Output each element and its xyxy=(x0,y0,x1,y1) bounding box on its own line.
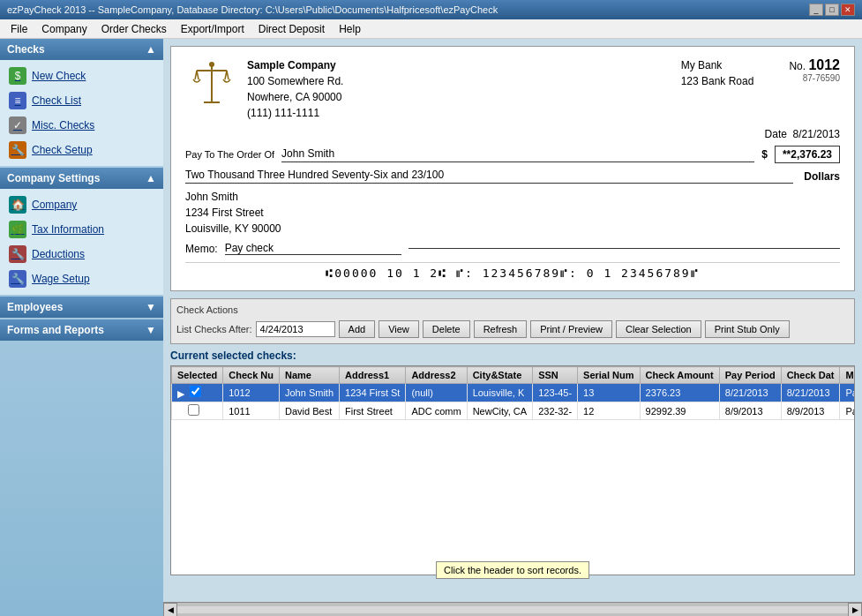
routing-number: 87-76590 xyxy=(789,73,840,83)
row1-city: Louisville, K xyxy=(467,384,533,402)
payee-name: John Smith xyxy=(281,147,754,162)
check-header: Sample Company 100 Somewhere Rd. Nowhere… xyxy=(185,57,840,121)
row1-name: John Smith xyxy=(280,384,340,402)
row2-addr1: First Street xyxy=(340,402,406,420)
check-number-area: No. 1012 87-76590 xyxy=(789,57,840,83)
svg-line-5 xyxy=(227,71,229,79)
scroll-right-button[interactable]: ▶ xyxy=(848,603,862,617)
row2-checkbox[interactable] xyxy=(188,404,199,416)
menu-direct-deposit[interactable]: Direct Deposit xyxy=(251,21,332,37)
sidebar-section-forms-reports: Forms and Reports ▼ xyxy=(0,319,163,341)
sidebar-item-new-check[interactable]: $ New Check xyxy=(4,64,160,88)
payee-street: 1234 First Street xyxy=(185,205,840,221)
wage-icon: 🔧 xyxy=(9,270,26,288)
delete-button[interactable]: Delete xyxy=(423,320,470,338)
col-header-address2[interactable]: Address2 xyxy=(406,367,467,384)
check-bank-info: My Bank 123 Bank Road xyxy=(681,57,754,89)
sidebar-item-misc-checks[interactable]: ✓ Misc. Checks xyxy=(4,113,160,138)
row1-addr1: 1234 First St xyxy=(340,384,406,402)
maximize-button[interactable]: □ xyxy=(825,4,839,16)
minimize-button[interactable]: _ xyxy=(809,4,823,16)
list-after-date[interactable] xyxy=(256,321,335,337)
sidebar-item-company[interactable]: 🏠 Company xyxy=(4,192,160,217)
sidebar-section-employees-header[interactable]: Employees ▼ xyxy=(0,297,163,318)
row1-serial: 13 xyxy=(578,384,640,402)
dollar-icon: $ xyxy=(9,67,26,85)
sidebar-item-check-list[interactable]: ≡ Check List xyxy=(4,88,160,113)
sidebar-item-tax-info[interactable]: 🌿 Tax Information xyxy=(4,217,160,242)
data-table-container[interactable]: Selected Check Nu Name Address1 Address2… xyxy=(170,365,855,575)
sidebar-item-deductions[interactable]: 🔧 Deductions xyxy=(4,242,160,267)
check-memo-row: Memo: Pay check xyxy=(185,242,840,255)
clear-selection-button[interactable]: Clear Selection xyxy=(616,320,701,338)
table-row[interactable]: ▶ 1012 John Smith 1234 First St (null) L… xyxy=(172,384,856,402)
written-amount-row: Two Thousand Three Hundred Seventy-Six a… xyxy=(185,169,840,184)
sidebar-section-checks-header[interactable]: Checks ▲ xyxy=(0,39,163,60)
col-header-check-date[interactable]: Check Dat xyxy=(781,367,840,384)
row1-check-date: 8/21/2013 xyxy=(781,384,840,402)
svg-line-3 xyxy=(197,71,199,79)
row1-addr2: (null) xyxy=(406,384,467,402)
col-header-amount[interactable]: Check Amount xyxy=(640,367,719,384)
menu-help[interactable]: Help xyxy=(332,21,368,37)
check-display: Sample Company 100 Somewhere Rd. Nowhere… xyxy=(170,46,855,291)
sidebar-section-company-header[interactable]: Company Settings ▲ xyxy=(0,168,163,189)
row1-arrow: ▶ xyxy=(172,384,223,402)
micr-line: ⑆00000 10 1 2⑆ ⑈: 123456789⑈: 0 1 234567… xyxy=(185,262,840,280)
menu-file[interactable]: File xyxy=(4,21,34,37)
title-bar: ezPayCheck 2013 -- SampleCompany, Databa… xyxy=(0,0,862,19)
sidebar-section-company-content: 🏠 Company 🌿 Tax Information 🔧 Deductions… xyxy=(0,189,163,295)
check-pay-row: Pay To The Order Of John Smith $ **2,376… xyxy=(185,146,840,163)
row1-check-no: 1012 xyxy=(223,384,280,402)
col-header-check-no[interactable]: Check Nu xyxy=(223,367,280,384)
col-header-city-state[interactable]: City&State xyxy=(467,367,533,384)
menu-export-import[interactable]: Export/Import xyxy=(174,21,251,37)
add-button[interactable]: Add xyxy=(339,320,376,338)
print-preview-button[interactable]: Print / Preview xyxy=(530,320,612,338)
payee-city: Louisville, KY 90000 xyxy=(185,221,840,237)
sidebar-item-wage-setup[interactable]: 🔧 Wage Setup xyxy=(4,267,160,291)
col-header-serial[interactable]: Serial Num xyxy=(578,367,640,384)
row2-serial: 12 xyxy=(578,402,640,420)
sidebar-section-forms-header[interactable]: Forms and Reports ▼ xyxy=(0,319,163,341)
col-header-address1[interactable]: Address1 xyxy=(340,367,406,384)
table-row[interactable]: 1011 David Best First Street ADC comm Ne… xyxy=(172,402,856,420)
bank-name: My Bank xyxy=(681,57,754,73)
sidebar: Checks ▲ $ New Check ≡ Check List ✓ Misc… xyxy=(0,39,163,616)
pay-to-label: Pay To The Order Of xyxy=(185,149,274,160)
table-body: ▶ 1012 John Smith 1234 First St (null) L… xyxy=(172,384,856,420)
content-area: Sample Company 100 Somewhere Rd. Nowhere… xyxy=(163,39,862,616)
scroll-track[interactable] xyxy=(177,606,848,613)
sidebar-item-check-setup[interactable]: 🔧 Check Setup xyxy=(4,138,160,162)
menu-order-checks[interactable]: Order Checks xyxy=(94,21,174,37)
col-header-selected[interactable]: Selected xyxy=(172,367,223,384)
refresh-button[interactable]: Refresh xyxy=(474,320,528,338)
col-header-name[interactable]: Name xyxy=(280,367,340,384)
table-title: Current selected checks: xyxy=(170,349,855,362)
check-number: 1012 xyxy=(808,57,840,72)
setup-icon: 🔧 xyxy=(9,141,26,159)
home-icon: 🏠 xyxy=(9,196,26,214)
sidebar-section-company-settings: Company Settings ▲ 🏠 Company 🌿 Tax Infor… xyxy=(0,168,163,295)
company-logo xyxy=(185,57,238,110)
svg-point-7 xyxy=(209,62,214,67)
col-header-ssn[interactable]: SSN xyxy=(533,367,578,384)
print-stub-only-button[interactable]: Print Stub Only xyxy=(705,320,790,338)
table-header: Selected Check Nu Name Address1 Address2… xyxy=(172,367,856,384)
col-header-memo[interactable]: Memo xyxy=(840,367,855,384)
deductions-icon: 🔧 xyxy=(9,245,26,263)
row1-checkbox[interactable] xyxy=(190,386,201,397)
check-actions-section: Check Actions List Checks After: Add Vie… xyxy=(170,298,855,344)
close-button[interactable]: ✕ xyxy=(841,4,855,16)
title-text: ezPayCheck 2013 -- SampleCompany, Databa… xyxy=(7,4,498,15)
col-header-pay-period[interactable]: Pay Period xyxy=(719,367,781,384)
menu-company[interactable]: Company xyxy=(34,21,94,37)
row2-check-date: 8/9/2013 xyxy=(781,402,840,420)
scroll-left-button[interactable]: ◀ xyxy=(163,603,177,617)
view-button[interactable]: View xyxy=(379,320,419,338)
checks-table: Selected Check Nu Name Address1 Address2… xyxy=(171,366,855,420)
row2-check-no: 1011 xyxy=(223,402,280,420)
horizontal-scrollbar[interactable]: ◀ ▶ xyxy=(163,602,862,616)
memo-value: Pay check xyxy=(225,242,401,255)
company-name: Sample Company xyxy=(247,57,681,73)
